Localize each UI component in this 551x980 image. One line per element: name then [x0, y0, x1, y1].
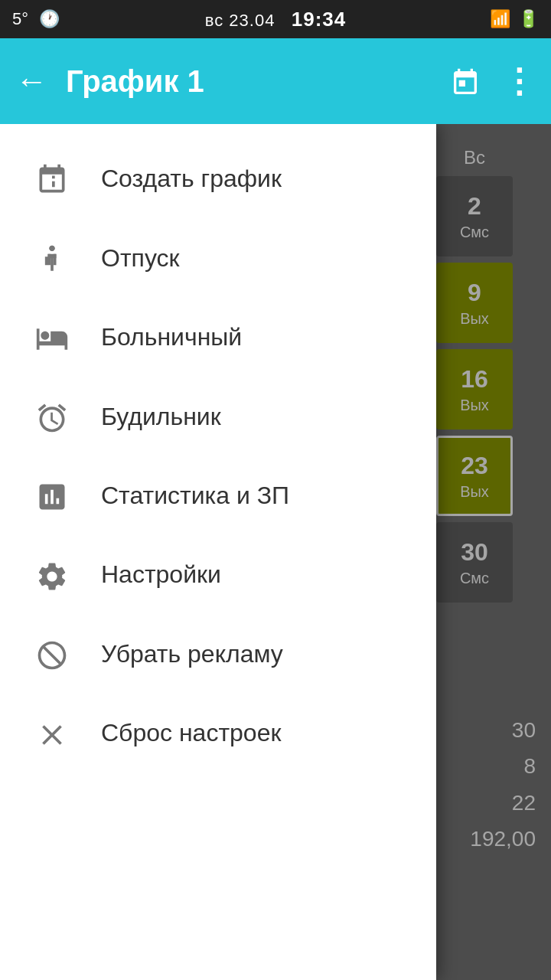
time-label: 19:34	[292, 8, 347, 31]
drawer-item-create-schedule[interactable]: Создать график	[0, 139, 436, 218]
reset-label: Сброс настроек	[101, 719, 281, 747]
more-options-icon[interactable]: ⋮	[502, 64, 536, 98]
app-bar-actions: ⋮	[450, 64, 536, 98]
drawer-item-stats[interactable]: Статистика и ЗП	[0, 456, 436, 535]
app-bar: ← График 1 ⋮	[0, 38, 551, 124]
app-bar-title: График 1	[66, 64, 450, 99]
drawer-item-sick-leave[interactable]: Больничный	[0, 298, 436, 377]
reset-icon	[31, 715, 73, 751]
drawer-item-settings[interactable]: Настройки	[0, 535, 436, 614]
create-schedule-label: Создать график	[101, 165, 282, 193]
drawer-item-reset[interactable]: Сброс настроек	[0, 694, 436, 773]
calendar-icon[interactable]	[450, 64, 481, 98]
drawer-item-alarm[interactable]: Будильник	[0, 377, 436, 456]
status-right: 📶 🔋	[490, 9, 539, 29]
settings-label: Настройки	[101, 560, 221, 589]
drawer-scrim[interactable]	[436, 124, 551, 980]
status-center: вс 23.04 19:34	[205, 8, 346, 31]
vacation-label: Отпуск	[101, 244, 180, 273]
drawer-item-vacation[interactable]: Отпуск	[0, 218, 436, 297]
remove-ads-label: Убрать рекламу	[101, 640, 283, 668]
status-bar: 5° 🕐 вс 23.04 19:34 📶 🔋	[0, 0, 551, 38]
temperature: 5°	[12, 9, 28, 29]
vacation-icon	[31, 240, 73, 276]
drawer-item-remove-ads[interactable]: Убрать рекламу	[0, 615, 436, 694]
status-left: 5° 🕐	[12, 9, 60, 29]
navigation-drawer: Создать график Отпуск Больничный	[0, 124, 436, 980]
stats-icon	[31, 478, 73, 514]
battery-icon: 🔋	[518, 9, 539, 29]
alarm-label: Будильник	[101, 403, 221, 431]
settings-icon	[31, 557, 73, 593]
remove-ads-icon	[31, 636, 73, 672]
signal-icon: 📶	[490, 9, 510, 29]
content-area: Вс 2 Смс 9 Вых 16 Вых 23 Вых 30 Смс	[0, 124, 551, 980]
back-button[interactable]: ←	[15, 65, 47, 97]
date-label: вс 23.04	[205, 11, 276, 30]
create-schedule-icon	[31, 161, 73, 197]
sick-leave-icon	[31, 319, 73, 355]
stats-label: Статистика и ЗП	[101, 482, 289, 510]
alarm-clock-icon: 🕐	[39, 9, 60, 29]
sick-leave-label: Больничный	[101, 323, 242, 351]
alarm-icon	[31, 398, 73, 434]
